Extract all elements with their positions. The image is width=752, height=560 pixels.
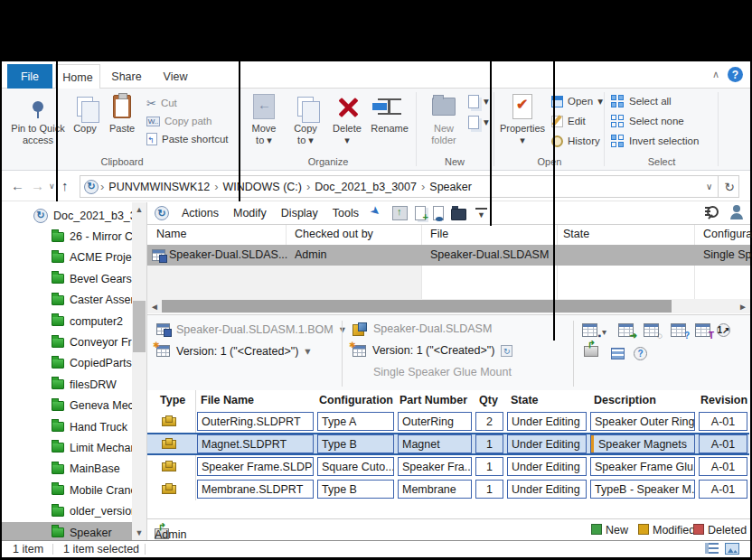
search-icon[interactable] bbox=[705, 205, 719, 219]
easy-access-button[interactable]: ▾ bbox=[468, 115, 489, 129]
copy-button[interactable]: Copy bbox=[69, 92, 101, 135]
vault-folder-icon[interactable] bbox=[451, 209, 466, 220]
go-to-row-icon[interactable]: 1↗ bbox=[717, 323, 730, 337]
preview-icon[interactable] bbox=[433, 206, 444, 220]
minimize-ribbon-icon[interactable]: ∧ bbox=[712, 69, 719, 80]
hscrollbar-thumb[interactable] bbox=[162, 300, 672, 313]
tree-item-vault-root[interactable]: ↻ Doc_2021_b3_30 bbox=[2, 205, 133, 226]
crumb-drive[interactable]: WINDOWS (C:) bbox=[223, 181, 302, 193]
tree-item[interactable]: Limit Mechani bbox=[2, 437, 133, 458]
paste-button[interactable]: Paste bbox=[103, 92, 141, 135]
copy-tree-icon[interactable] bbox=[415, 206, 426, 220]
tree-item[interactable]: Caster Assembl bbox=[2, 290, 133, 311]
bom-cell-qty[interactable]: 1 bbox=[475, 457, 503, 476]
bom-cell-file-name[interactable]: OuterRing.SLDPRT bbox=[197, 412, 314, 431]
bom-cell-part-number[interactable]: Magnet bbox=[398, 434, 472, 453]
tab-home[interactable]: Home bbox=[55, 64, 100, 89]
delete-button[interactable]: Delete ▾ bbox=[327, 92, 367, 146]
open-bom-icon[interactable]: ➜ bbox=[618, 323, 634, 337]
bom-cell-description-editing[interactable]: Speaker Magnets bbox=[590, 434, 695, 453]
compare-bom-icon[interactable]: ◌ bbox=[644, 323, 659, 337]
crumb-vault-folder[interactable]: Doc_2021_b3_3007 bbox=[315, 181, 417, 193]
properties-button[interactable]: Properties ▾ bbox=[497, 92, 548, 146]
menu-tools[interactable]: Tools bbox=[325, 207, 366, 219]
file-row-selected[interactable]: Speaker-Dual.SLDAS... Admin Speaker-Dual… bbox=[147, 245, 750, 266]
filter-bom-icon[interactable]: T bbox=[695, 323, 710, 337]
bom-cell-description[interactable]: Speaker Frame Glu... bbox=[590, 457, 695, 476]
scrollbar-thumb[interactable] bbox=[133, 301, 146, 352]
up-icon[interactable]: ↑ bbox=[61, 178, 69, 193]
history-button[interactable]: History bbox=[551, 134, 603, 148]
bom-cell-configuration[interactable]: Type B bbox=[317, 480, 394, 499]
bom-cell-description[interactable]: Speaker Outer Ring bbox=[590, 412, 695, 431]
bom-cell-state[interactable]: Under Editing bbox=[507, 434, 587, 453]
bom-title-dropdown[interactable]: Speaker-Dual.SLDASM.1.BOM ▾ bbox=[156, 322, 345, 336]
breadcrumb[interactable]: ↻ › PUNVMWINSWK12 › WINDOWS (C:) › Doc_2… bbox=[80, 175, 739, 198]
bom-cell-revision[interactable]: A-01 bbox=[699, 480, 747, 499]
bom-cell-configuration[interactable]: Square Cuto... bbox=[317, 457, 394, 476]
new-folder-button[interactable]: New folder bbox=[421, 92, 466, 146]
scroll-right-icon[interactable]: ► bbox=[736, 299, 750, 313]
cut-button[interactable]: ✂ Cut bbox=[146, 96, 229, 110]
bom-cell-description[interactable]: TypeB - Speaker M... bbox=[590, 480, 695, 499]
column-checked-out-by[interactable]: Checked out by bbox=[295, 228, 373, 240]
bom-cell-part-number[interactable]: Membrane bbox=[398, 480, 472, 499]
column-file[interactable]: File bbox=[430, 228, 448, 240]
edit-button[interactable]: Edit bbox=[551, 114, 603, 128]
select-all-button[interactable]: Select all bbox=[611, 94, 699, 108]
open-button[interactable]: Open ▾ bbox=[551, 94, 603, 108]
address-dropdown-icon[interactable]: ∨ bbox=[706, 182, 712, 191]
tree-item[interactable]: ACME Project bbox=[2, 247, 133, 268]
pin-toolbar-icon[interactable]: ➤ bbox=[367, 202, 388, 223]
bom-cell-state[interactable]: Under Editing bbox=[507, 412, 587, 431]
save-bom-icon[interactable]: ▪ bbox=[582, 323, 597, 337]
bom-cell-file-name[interactable]: Membrane.SLDPRT bbox=[197, 480, 314, 499]
tree-item[interactable]: MainBase bbox=[2, 459, 133, 480]
bom-cell-configuration[interactable]: Type B bbox=[317, 434, 394, 453]
bom-cell-revision[interactable]: A-01 bbox=[699, 457, 747, 476]
file-list-hscrollbar[interactable]: ◄ ► bbox=[147, 299, 750, 313]
bom-cell-qty[interactable]: 2 bbox=[475, 412, 503, 431]
tree-item[interactable]: Bevel Gears bbox=[2, 268, 133, 289]
menu-display[interactable]: Display bbox=[274, 207, 325, 219]
user-icon[interactable] bbox=[730, 205, 743, 219]
tree-item[interactable]: older_versions bbox=[2, 500, 133, 521]
bom-cell-revision[interactable]: A-01 bbox=[699, 412, 747, 431]
move-to-button[interactable]: Move to ▾ bbox=[244, 92, 284, 146]
invert-selection-button[interactable]: Invert selection bbox=[611, 134, 699, 148]
tab-share[interactable]: Share bbox=[103, 64, 150, 89]
copy-to-button[interactable]: Copy to ▾ bbox=[286, 92, 325, 146]
refresh-icon[interactable]: ↻ bbox=[724, 180, 735, 194]
menu-modify[interactable]: Modify bbox=[226, 207, 274, 219]
select-none-button[interactable]: Select none bbox=[611, 114, 699, 128]
bom-cell-state[interactable]: Under Editing bbox=[507, 480, 587, 499]
bom-version-dropdown[interactable]: Version: 1 ("<Created>") ▾ bbox=[156, 344, 311, 358]
tab-file[interactable]: File bbox=[7, 64, 52, 89]
column-state[interactable]: State bbox=[563, 228, 589, 240]
check-in-icon[interactable] bbox=[392, 206, 408, 220]
bom-cell-part-number[interactable]: Speaker Fra... bbox=[398, 457, 472, 476]
toolbar-more-icon[interactable]: ▼ bbox=[475, 208, 487, 219]
scroll-up-icon[interactable]: ▲ bbox=[132, 202, 146, 217]
pin-to-quick-access-button[interactable]: Pin to Quick access bbox=[9, 92, 67, 146]
copy-path-button[interactable]: W.. Copy path bbox=[146, 114, 229, 128]
column-configuration[interactable]: Configurat bbox=[703, 228, 752, 240]
bom-cell-state[interactable]: Under Editing bbox=[507, 457, 587, 476]
bom-cell-configuration[interactable]: Type A bbox=[317, 412, 394, 431]
tree-item[interactable]: computer2 bbox=[2, 311, 133, 331]
grid-view-icon[interactable] bbox=[611, 348, 625, 359]
back-icon[interactable]: ← bbox=[11, 178, 24, 193]
tree-item[interactable]: Hand Truck bbox=[2, 416, 133, 437]
help-icon[interactable]: ? bbox=[728, 67, 743, 82]
save-bom-dropdown-icon[interactable]: ▾ bbox=[602, 327, 606, 337]
thumbnail-view-icon[interactable] bbox=[725, 543, 739, 555]
new-item-button[interactable]: ▾ bbox=[468, 94, 489, 108]
bom-cell-file-name[interactable]: Speaker Frame.SLDPRT bbox=[197, 457, 314, 476]
bom-help-icon[interactable]: ? bbox=[634, 347, 647, 360]
bom-checkin-button[interactable] bbox=[584, 346, 598, 357]
recent-locations-icon[interactable]: ∨ bbox=[49, 182, 55, 191]
tree-item[interactable]: filesDRW bbox=[2, 374, 133, 395]
bom-cell-qty[interactable]: 1 bbox=[475, 434, 503, 453]
tree-item[interactable]: Geneva Mecha bbox=[2, 396, 133, 416]
tree-item[interactable]: CopiedParts bbox=[2, 353, 133, 374]
